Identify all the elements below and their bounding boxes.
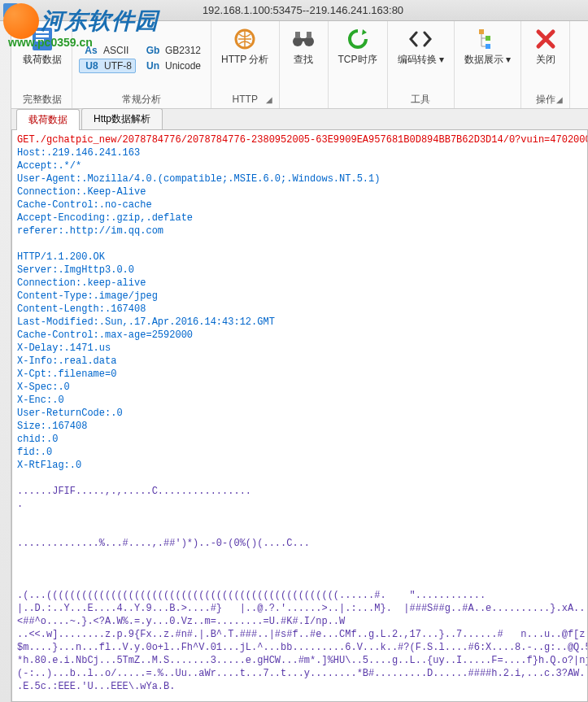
svg-rect-11	[486, 36, 490, 41]
http-request-header: referer:.http://im.qq.com	[17, 225, 163, 237]
binoculars-icon	[290, 26, 316, 52]
group-display: 数据展示 ▾	[455, 21, 521, 108]
content-pane[interactable]: GET./gchatpic_new/2078784776/2078784776-…	[11, 130, 588, 702]
http-body-line: .(...(((((((((((((((((((((((((((((((((((…	[17, 590, 486, 601]
http-body-line: ..............%...#....,.##')*)..-0-(0%(…	[17, 538, 310, 549]
tcp-sequence-button[interactable]: TCP时序	[335, 24, 381, 67]
http-request-header: Host:.219.146.241.163	[17, 147, 140, 159]
encoding-tag: As	[82, 45, 100, 56]
group-full-label: 完整数据	[23, 92, 62, 107]
svg-rect-2	[36, 35, 49, 37]
encoding-label: GB2312	[165, 45, 201, 56]
group-http: HTTP 分析 HTTP ◢	[211, 21, 279, 108]
svg-rect-1	[36, 31, 49, 33]
http-body-line: ......JFIF.....,.,.....C................	[17, 486, 251, 497]
encoding-tag: U8	[83, 60, 101, 72]
close-button[interactable]: 关闭	[529, 24, 562, 67]
http-request-header: Cache-Control:.no-cache	[17, 199, 152, 211]
http-status-line: HTTP/1.1.200.OK	[17, 251, 105, 263]
http-request-header: Accept:.*/*	[17, 160, 81, 172]
svg-rect-12	[486, 44, 490, 49]
http-body-line: *h.80.e.i.NbCj...5TmZ..M.S.......3.....e…	[17, 655, 588, 666]
http-analyze-button[interactable]: HTTP 分析	[218, 24, 272, 67]
payload-button-label: 载荷数据	[23, 54, 62, 65]
close-button-label: 关闭	[536, 54, 555, 65]
code-icon	[407, 26, 433, 52]
http-request-header: Connection:.Keep-Alive	[17, 186, 146, 198]
chevron-down-icon: ▾	[439, 54, 444, 65]
encoding-label: ASCII	[103, 45, 128, 56]
chevron-down-icon: ▾	[506, 54, 511, 65]
http-response-header: X-Delay:.1471.us	[17, 342, 111, 354]
http-response-header: X-Info:.real.data	[17, 355, 116, 367]
http-response-header: fid:.0	[17, 447, 52, 458]
tabs-bar: 载荷数据Http数据解析	[11, 109, 588, 130]
http-dialog-launcher[interactable]: ◢	[266, 95, 277, 107]
encoding-tag: Gb	[144, 45, 162, 56]
http-request-line: GET./gchatpic_new/2078784776/2078784776-…	[17, 134, 588, 146]
http-button-label: HTTP 分析	[221, 54, 268, 65]
encoding-label: Unicode	[165, 60, 201, 72]
refresh-icon	[345, 26, 371, 52]
http-body-line: .E.5c.:EEE.'U...EEE\.wYa.B.	[17, 681, 175, 692]
http-response-header: X-RtFlag:.0	[17, 460, 81, 471]
group-encoding: AsASCIIGbGB2312U8UTF-8UnUnicode 常规分析	[72, 21, 211, 108]
http-icon	[232, 26, 258, 52]
tab-载荷数据[interactable]: 载荷数据	[16, 109, 80, 130]
display-button-label: 数据展示	[464, 54, 503, 65]
http-request-header: Accept-Encoding:.gzip,.deflate	[17, 212, 193, 224]
close-dialog-launcher[interactable]: ◢	[556, 95, 568, 107]
svg-rect-7	[300, 38, 307, 41]
group-encoding-label: 常规分析	[122, 92, 161, 107]
svg-rect-9	[307, 32, 311, 38]
payload-icon	[29, 26, 55, 52]
left-ruler	[0, 21, 11, 702]
encoding-tag: Un	[144, 60, 162, 72]
tcp-button-label: TCP时序	[338, 54, 377, 65]
encoding-gb2312-button[interactable]: GbGB2312	[141, 44, 204, 57]
data-display-button[interactable]: 数据展示 ▾	[461, 24, 514, 67]
svg-rect-3	[36, 39, 44, 41]
http-response-header: Cache-Control:.max-age=2592000	[17, 329, 193, 341]
http-response-header: Content-Length:.167408	[17, 303, 146, 315]
http-request-header: User-Agent:.Mozilla/4.0.(compatible;.MSI…	[17, 173, 380, 185]
tab-Http数据解析[interactable]: Http数据解析	[81, 108, 163, 129]
group-tools-label: 工具	[411, 92, 430, 107]
encoding-label: UTF-8	[104, 60, 132, 72]
http-response-header: Content-Type:.image/jpeg	[17, 290, 158, 302]
group-tcp: TCP时序	[329, 21, 388, 108]
http-response-header: chid:.0	[17, 434, 58, 445]
http-body-line: .	[17, 499, 23, 510]
http-response-header: X-Spec:.0	[17, 382, 70, 393]
group-close: 关闭 操作 ◢	[521, 21, 570, 108]
encoding-ascii-button[interactable]: AsASCII	[79, 44, 136, 57]
window-title: 192.168.1.100:53475--219.146.241.163:80	[18, 4, 588, 16]
app-icon	[3, 3, 18, 18]
payload-data-button[interactable]: 载荷数据	[20, 24, 65, 67]
http-response-header: X-Cpt:.filename=0	[17, 368, 116, 380]
http-response-header: Server:.ImgHttp3.0.0	[17, 264, 134, 276]
http-response-header: Connection:.keep-alive	[17, 277, 146, 289]
svg-rect-10	[479, 29, 484, 34]
encoding-unicode-button[interactable]: UnUnicode	[141, 59, 204, 73]
find-button[interactable]: 查找	[287, 24, 320, 67]
http-body-line: |..D.:..Y...E....4..Y.9...B.>....#} |..@…	[17, 603, 588, 614]
http-response-header: Last-Modified:.Sun,.17.Apr.2016.14:43:12…	[17, 316, 275, 328]
http-body-line: <##^o....~.}.<?A.W%.=.y...0.Vz..m=......…	[17, 616, 345, 627]
tree-icon	[475, 26, 501, 52]
find-button-label: 查找	[294, 54, 313, 65]
http-response-header: X-Enc:.0	[17, 395, 64, 406]
close-icon	[533, 26, 559, 52]
code-convert-button[interactable]: 编码转换 ▾	[394, 24, 447, 67]
http-body-line: (-:..)...b..l..o/.....=.%..Uu..aWr....t.…	[17, 668, 588, 679]
http-body-line: ..<<.w]........z.p.9{Fx..z.#n#.|.B^.T.##…	[17, 629, 588, 640]
http-response-header: User-ReturnCode:.0	[17, 408, 123, 419]
encoding-utf-8-button[interactable]: U8UTF-8	[79, 59, 136, 73]
titlebar: 192.168.1.100:53475--219.146.241.163:80	[0, 0, 588, 21]
group-codec: 编码转换 ▾ 工具	[388, 21, 455, 108]
group-close-label: 操作	[536, 92, 555, 107]
ribbon: 载荷数据 完整数据 AsASCIIGbGB2312U8UTF-8UnUnicod…	[11, 21, 588, 109]
group-http-label: HTTP	[233, 92, 258, 107]
group-full-data: 载荷数据 完整数据	[13, 21, 72, 108]
http-response-header: Size:.167408	[17, 421, 87, 432]
